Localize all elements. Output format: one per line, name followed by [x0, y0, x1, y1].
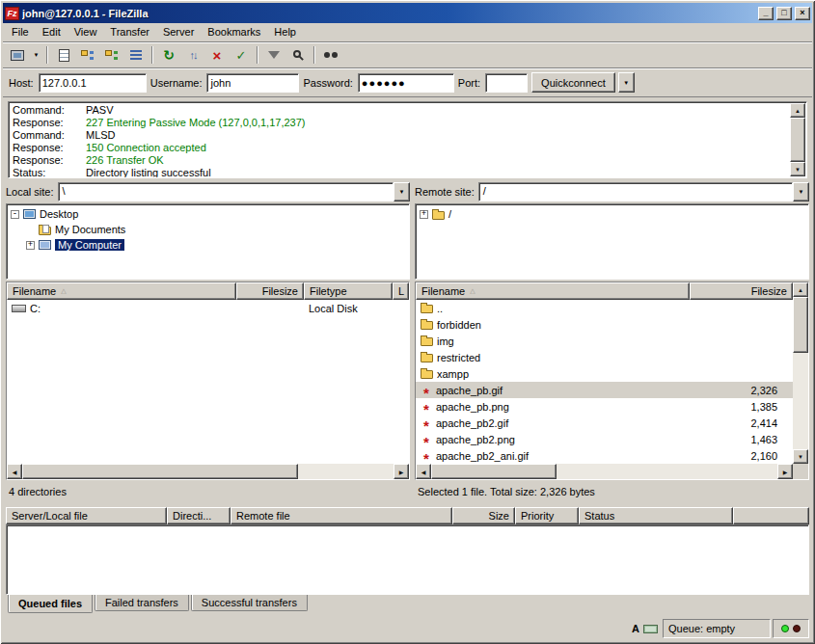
tree-item-my-documents[interactable]: My Documents	[7, 222, 409, 237]
log-scrollbar[interactable]: ▲ ▼	[790, 103, 805, 176]
column-header-lastmodified[interactable]: L	[393, 282, 409, 300]
remote-site-combobox[interactable]: / ▼	[478, 182, 809, 201]
scrollbar-thumb[interactable]	[431, 464, 557, 479]
quickconnect-dropdown-button[interactable]: ▼	[618, 72, 635, 93]
filter-icon	[268, 51, 280, 59]
username-input[interactable]	[206, 73, 299, 93]
remote-file-row[interactable]: forbidden	[416, 316, 793, 333]
scrollbar-thumb[interactable]	[793, 297, 808, 353]
close-button[interactable]: ×	[795, 7, 810, 20]
search-button[interactable]	[286, 44, 310, 66]
expand-icon[interactable]: +	[420, 210, 428, 219]
image-file-icon: *	[421, 422, 432, 430]
scrollbar-track[interactable]	[298, 464, 394, 479]
tab-queued-files[interactable]: Queued files	[8, 595, 93, 613]
menu-help[interactable]: Help	[267, 24, 303, 40]
local-site-value[interactable]: \	[58, 182, 394, 201]
maximize-button[interactable]: □	[776, 7, 792, 20]
column-header-filename[interactable]: Filename△	[7, 282, 236, 300]
remote-file-row[interactable]: xampp	[416, 365, 793, 382]
column-header-filename[interactable]: Filename△	[416, 282, 690, 300]
column-header-server-local-file[interactable]: Server/Local file	[6, 507, 167, 524]
tree-label-selected: My Computer	[55, 239, 124, 251]
toggle-local-tree-button[interactable]	[76, 44, 99, 66]
scroll-right-icon[interactable]: ▶	[394, 464, 409, 479]
queue-body[interactable]	[6, 524, 809, 595]
column-header-direction[interactable]: Directi...	[167, 507, 231, 524]
tab-failed-transfers[interactable]: Failed transfers	[95, 595, 189, 611]
scroll-left-icon[interactable]: ◀	[416, 464, 431, 479]
tree-item-desktop[interactable]: - Desktop	[7, 206, 409, 222]
scroll-down-icon[interactable]: ▼	[790, 162, 805, 176]
expand-icon[interactable]: +	[26, 241, 35, 250]
scrollbar-thumb[interactable]	[22, 464, 298, 479]
column-header-remote-file[interactable]: Remote file	[231, 507, 452, 524]
chevron-down-icon[interactable]: ▼	[793, 182, 809, 201]
remote-list-vscrollbar[interactable]: ▲ ▼	[793, 282, 808, 464]
scroll-left-icon[interactable]: ◀	[7, 464, 22, 479]
remote-site-value[interactable]: /	[478, 182, 793, 201]
remote-file-row[interactable]: *apache_pb.png 1,385	[416, 398, 793, 415]
scrollbar-thumb[interactable]	[790, 118, 805, 162]
refresh-button[interactable]: ↻	[157, 44, 180, 66]
find-files-button[interactable]	[319, 44, 342, 66]
column-header-priority[interactable]: Priority	[515, 507, 579, 524]
menu-file[interactable]: File	[5, 24, 36, 40]
menu-server[interactable]: Server	[156, 24, 201, 40]
process-queue-button[interactable]: ↑↓	[181, 44, 204, 66]
cancel-button[interactable]: ×	[205, 44, 229, 66]
local-site-combobox[interactable]: \ ▼	[58, 182, 410, 201]
column-header-size[interactable]: Size	[452, 507, 515, 524]
file-name-cell: ..	[416, 300, 690, 316]
local-list-hscrollbar[interactable]: ◀ ▶	[7, 464, 409, 479]
tree-item-root[interactable]: + /	[416, 206, 808, 222]
file-name-cell: *apache_pb2.png	[416, 431, 690, 447]
menu-view[interactable]: View	[68, 24, 104, 40]
scroll-up-icon[interactable]: ▲	[793, 282, 808, 297]
remote-file-row[interactable]: *apache_pb2.gif 2,414	[416, 415, 793, 431]
column-header-filesize[interactable]: Filesize	[690, 282, 793, 300]
remote-file-row-selected[interactable]: *apache_pb.gif 2,326	[416, 382, 793, 398]
remote-file-row[interactable]: *apache_pb2.png 1,463	[416, 431, 793, 447]
minimize-button[interactable]: _	[758, 7, 774, 20]
file-name: apache_pb2.gif	[436, 417, 508, 429]
host-input[interactable]	[39, 73, 147, 93]
site-manager-dropdown-button[interactable]: ▼	[30, 44, 42, 66]
toggle-message-log-button[interactable]	[52, 44, 75, 66]
binoculars-icon	[324, 52, 330, 58]
scrollbar-track[interactable]	[557, 464, 777, 479]
log-line: Response:227 Entering Passive Mode (127,…	[13, 117, 787, 129]
port-input[interactable]	[485, 73, 528, 93]
site-manager-button[interactable]	[6, 44, 29, 66]
remote-list-vscrollbar-column: ▲ ▼	[793, 282, 808, 479]
remote-file-row[interactable]: restricted	[416, 349, 793, 365]
menu-bookmarks[interactable]: Bookmarks	[201, 24, 267, 40]
log-line: Command:MLSD	[13, 129, 787, 142]
local-file-row[interactable]: C: Local Disk	[7, 300, 409, 316]
remote-file-row[interactable]: *apache_pb2_ani.gif 2,160	[416, 447, 793, 464]
chevron-down-icon[interactable]: ▼	[394, 182, 410, 201]
column-header-status[interactable]: Status	[579, 507, 733, 524]
remote-file-row[interactable]: ..	[416, 300, 793, 316]
file-name-cell: *apache_pb.png	[416, 398, 690, 415]
quickconnect-button[interactable]: Quickconnect	[531, 72, 615, 93]
menu-transfer[interactable]: Transfer	[103, 24, 156, 40]
tab-successful-transfers[interactable]: Successful transfers	[191, 595, 308, 611]
remote-list-hscrollbar[interactable]: ◀ ▶	[416, 464, 793, 479]
remote-file-row[interactable]: img	[416, 333, 793, 349]
scroll-right-icon[interactable]: ▶	[777, 464, 793, 479]
scroll-up-icon[interactable]: ▲	[790, 103, 805, 118]
tree-item-my-computer[interactable]: + My Computer	[7, 237, 409, 253]
toggle-remote-tree-button[interactable]	[100, 44, 123, 66]
scrollbar-track[interactable]	[793, 353, 808, 449]
column-header-filetype[interactable]: Filetype	[304, 282, 393, 300]
menu-edit[interactable]: Edit	[36, 24, 68, 40]
collapse-icon[interactable]: -	[11, 210, 19, 219]
toggle-queue-button[interactable]	[124, 44, 148, 66]
scroll-down-icon[interactable]: ▼	[793, 449, 808, 464]
column-header-filesize[interactable]: Filesize	[236, 282, 304, 300]
filter-button[interactable]	[262, 44, 285, 66]
title-bar[interactable]: Fz john@127.0.0.1 - FileZilla _ □ ×	[3, 3, 812, 23]
disconnect-button[interactable]: ✓	[230, 44, 253, 66]
password-input[interactable]	[358, 73, 454, 93]
